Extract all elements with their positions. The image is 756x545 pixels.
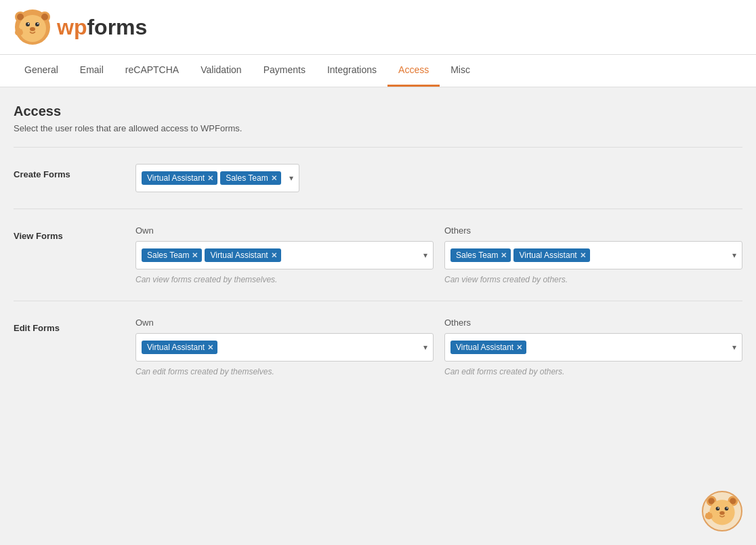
view-forms-own-label: Own bbox=[135, 225, 434, 236]
edit-forms-others-label: Others bbox=[444, 318, 742, 328]
create-forms-remove-va[interactable]: ✕ bbox=[207, 174, 213, 183]
svg-point-14 bbox=[20, 29, 22, 32]
view-forms-others-select[interactable]: Sales Team ✕ Virtual Assistant ✕ ▾ bbox=[444, 241, 742, 269]
tab-general[interactable]: General bbox=[14, 55, 69, 87]
create-forms-label: Create Forms bbox=[14, 164, 122, 179]
edit-forms-others-select[interactable]: Virtual Assistant ✕ ▾ bbox=[444, 333, 742, 362]
edit-forms-others-group: Others Virtual Assistant ✕ ▾ Can edit fo… bbox=[444, 318, 742, 376]
tab-misc[interactable]: Misc bbox=[440, 55, 481, 87]
view-forms-others-dropdown-arrow[interactable]: ▾ bbox=[727, 250, 736, 260]
create-forms-tag-st: Sales Team ✕ bbox=[220, 171, 280, 185]
logo: wpforms bbox=[14, 8, 147, 46]
edit-forms-row: Edit Forms Own Virtual Assistant ✕ ▾ Can… bbox=[14, 318, 742, 376]
edit-forms-label: Edit Forms bbox=[14, 318, 122, 333]
view-forms-others-remove-va[interactable]: ✕ bbox=[580, 251, 586, 260]
logo-wp: wp bbox=[57, 15, 87, 39]
edit-forms-own-label: Own bbox=[135, 318, 434, 328]
view-forms-own-select[interactable]: Sales Team ✕ Virtual Assistant ✕ ▾ bbox=[135, 241, 434, 269]
tab-access[interactable]: Access bbox=[387, 55, 440, 87]
view-forms-others-group: Others Sales Team ✕ Virtual Assistant ✕ … bbox=[444, 225, 742, 284]
svg-point-8 bbox=[28, 23, 29, 24]
edit-forms-own-group: Own Virtual Assistant ✕ ▾ Can edit forms… bbox=[135, 318, 434, 376]
tab-recaptcha[interactable]: reCAPTCHA bbox=[114, 55, 190, 87]
view-forms-others-tag-st: Sales Team ✕ bbox=[450, 248, 511, 262]
create-forms-select[interactable]: Virtual Assistant ✕ Sales Team ✕ ▾ bbox=[135, 164, 299, 192]
tab-validation[interactable]: Validation bbox=[190, 55, 252, 87]
view-forms-others-label: Others bbox=[444, 225, 742, 236]
edit-forms-own-tag-va: Virtual Assistant ✕ bbox=[142, 341, 217, 354]
edit-forms-others-tag-va: Virtual Assistant ✕ bbox=[450, 341, 526, 354]
view-forms-own-remove-st[interactable]: ✕ bbox=[192, 251, 198, 260]
create-forms-dropdown-arrow[interactable]: ▾ bbox=[284, 173, 293, 183]
create-forms-section: Create Forms Virtual Assistant ✕ Sales T… bbox=[14, 147, 742, 209]
view-forms-section: View Forms Own Sales Team ✕ Virtual Assi… bbox=[14, 209, 742, 301]
svg-point-6 bbox=[26, 22, 30, 26]
main-content: Access Select the user roles that are al… bbox=[0, 87, 756, 409]
edit-forms-others-remove-va[interactable]: ✕ bbox=[516, 343, 522, 352]
page-description: Select the user roles that are allowed a… bbox=[14, 123, 742, 133]
edit-forms-others-hint: Can edit forms created by others. bbox=[444, 367, 742, 376]
edit-forms-controls: Own Virtual Assistant ✕ ▾ Can edit forms… bbox=[135, 318, 742, 376]
edit-forms-own-hint: Can edit forms created by themselves. bbox=[135, 367, 434, 376]
view-forms-row: View Forms Own Sales Team ✕ Virtual Assi… bbox=[14, 225, 742, 284]
view-forms-own-dropdown-arrow[interactable]: ▾ bbox=[418, 250, 427, 260]
edit-forms-own-remove-va[interactable]: ✕ bbox=[207, 343, 213, 352]
create-forms-control: Virtual Assistant ✕ Sales Team ✕ ▾ bbox=[135, 164, 299, 192]
view-forms-label: View Forms bbox=[14, 225, 122, 241]
tab-integrations[interactable]: Integrations bbox=[316, 55, 387, 87]
create-forms-row: Create Forms Virtual Assistant ✕ Sales T… bbox=[14, 164, 742, 192]
view-forms-own-remove-va[interactable]: ✕ bbox=[271, 251, 277, 260]
edit-forms-others-dropdown-arrow[interactable]: ▾ bbox=[727, 343, 736, 352]
edit-forms-own-select[interactable]: Virtual Assistant ✕ ▾ bbox=[135, 333, 434, 362]
nav-tabs: General Email reCAPTCHA Validation Payme… bbox=[0, 55, 756, 87]
view-forms-others-remove-st[interactable]: ✕ bbox=[501, 251, 507, 260]
logo-text: wpforms bbox=[57, 15, 147, 40]
view-forms-own-group: Own Sales Team ✕ Virtual Assistant ✕ ▾ C… bbox=[135, 225, 434, 284]
svg-point-9 bbox=[37, 23, 39, 24]
header: wpforms bbox=[0, 0, 756, 55]
logo-bear-icon bbox=[14, 8, 51, 46]
tab-payments[interactable]: Payments bbox=[253, 55, 316, 87]
view-forms-others-hint: Can view forms created by others. bbox=[444, 275, 742, 284]
edit-forms-own-dropdown-arrow[interactable]: ▾ bbox=[418, 343, 427, 352]
view-forms-own-tag-va: Virtual Assistant ✕ bbox=[205, 248, 280, 262]
edit-forms-section: Edit Forms Own Virtual Assistant ✕ ▾ Can… bbox=[14, 301, 742, 393]
view-forms-own-hint: Can view forms created by themselves. bbox=[135, 275, 434, 284]
view-forms-controls: Own Sales Team ✕ Virtual Assistant ✕ ▾ C… bbox=[135, 225, 742, 284]
view-forms-others-tag-va: Virtual Assistant ✕ bbox=[513, 248, 589, 262]
svg-point-7 bbox=[35, 22, 39, 26]
page-title: Access bbox=[14, 104, 742, 119]
view-forms-own-tag-st: Sales Team ✕ bbox=[142, 248, 202, 262]
create-forms-remove-st[interactable]: ✕ bbox=[271, 174, 277, 183]
svg-point-10 bbox=[30, 27, 35, 31]
logo-forms: forms bbox=[87, 15, 147, 39]
tab-email[interactable]: Email bbox=[69, 55, 114, 87]
create-forms-tag-va: Virtual Assistant ✕ bbox=[142, 171, 217, 185]
